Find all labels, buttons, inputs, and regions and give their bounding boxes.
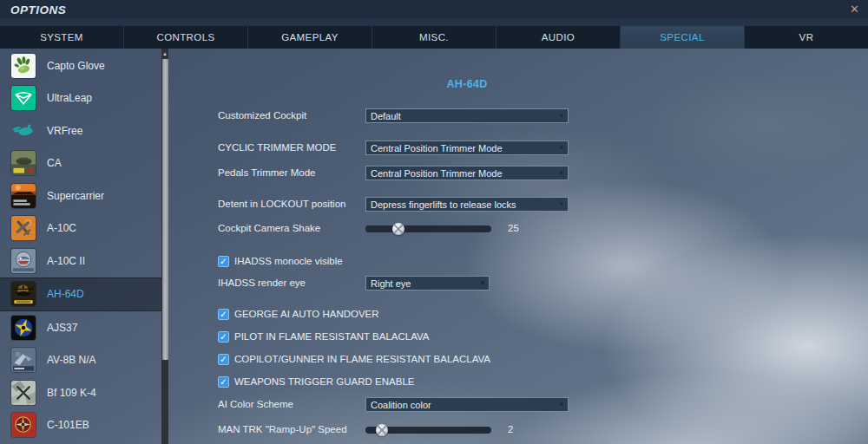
options-window: OPTIONS ✕ SYSTEM CONTROLS GAMEPLAY MISC.…	[0, 0, 868, 444]
tab-gameplay[interactable]: GAMEPLAY	[248, 26, 372, 49]
slider-value: 2	[508, 422, 513, 437]
sidebar-item-label: AV-8B N/A	[47, 354, 95, 366]
window-title: OPTIONS	[10, 3, 66, 16]
scroll-up-icon[interactable]: ▲	[161, 49, 168, 59]
scrollbar-thumb[interactable]	[162, 59, 168, 360]
title-bar: OPTIONS ✕	[0, 0, 868, 19]
slider-value: 25	[508, 221, 519, 236]
chevron-down-icon: ▾	[559, 169, 563, 177]
c101eb-icon	[11, 413, 36, 437]
sidebar-item-bf109[interactable]: Bf 109 K-4	[0, 376, 161, 409]
detent-lockout-dropdown[interactable]: Depress fingerlifts to release locks ▾	[365, 197, 569, 212]
setting-row: ✓ GEORGE AI AUTO HANDOVER	[168, 308, 868, 323]
sidebar-item-supercarrier[interactable]: Supercarrier	[0, 180, 161, 212]
sidebar-item-label: A-10C II	[47, 255, 85, 267]
ah64d-icon	[11, 282, 36, 306]
tab-system[interactable]: SYSTEM	[0, 26, 124, 49]
tab-misc[interactable]: MISC.	[372, 26, 496, 49]
checkbox-label: PILOT IN FLAME RESISTANT BALACLAVA	[234, 330, 430, 343]
ihadss-render-eye-dropdown[interactable]: Right eye ▾	[365, 276, 490, 291]
close-icon[interactable]: ✕	[850, 3, 859, 16]
man-trk-rampup-slider[interactable]	[365, 422, 491, 437]
setting-row: MAN TRK "Ramp-Up" Speed 2	[168, 422, 868, 437]
pilot-balaclava-checkbox[interactable]: ✓	[218, 331, 229, 343]
ai-color-scheme-dropdown[interactable]: Coalition color ▾	[365, 397, 569, 412]
special-settings-panel: AH-64D Customized Cockpit Default ▾ CYCL…	[168, 49, 868, 444]
setting-row: Customized Cockpit Default ▾	[168, 108, 868, 123]
sidebar-item-ultraleap[interactable]: UltraLeap	[0, 82, 161, 115]
ultraleap-icon	[11, 86, 36, 110]
page-title: AH-64D	[365, 78, 569, 90]
sidebar-item-label: Supercarrier	[47, 190, 104, 202]
combined-arms-icon	[11, 151, 36, 175]
sidebar-item-a10c[interactable]: A-10C	[0, 212, 161, 245]
setting-row: ✓ COPILOT/GUNNER IN FLAME RESISTANT BALA…	[168, 353, 868, 368]
module-list: Capto Glove UltraLeap VRFree	[0, 49, 161, 441]
setting-row: IHADSS render eye Right eye ▾	[168, 276, 868, 291]
checkbox-label: GEORGE AI AUTO HANDOVER	[234, 308, 379, 321]
george-ai-checkbox[interactable]: ✓	[218, 309, 229, 320]
sidebar-item-ca[interactable]: CA	[0, 147, 161, 180]
sidebar-item-label: C-101EB	[47, 419, 89, 431]
slider-knob[interactable]	[376, 424, 388, 436]
setting-label: Detent in LOCKOUT position	[218, 197, 345, 212]
tab-controls[interactable]: CONTROLS	[124, 26, 248, 49]
slider-track[interactable]	[365, 225, 491, 232]
a10c2-icon	[11, 249, 36, 273]
setting-row: Detent in LOCKOUT position Depress finge…	[168, 197, 868, 212]
sidebar-item-a10c2[interactable]: A-10C II	[0, 245, 161, 278]
sidebar-item-ah64d[interactable]: AH-64D	[0, 278, 161, 312]
chevron-down-icon: ▾	[559, 200, 563, 208]
camera-shake-slider[interactable]	[365, 221, 491, 236]
setting-label: Customized Cockpit	[218, 108, 306, 123]
setting-label: Pedals Trimmer Mode	[218, 166, 315, 180]
sidebar-item-vrfree[interactable]: VRFree	[0, 114, 161, 147]
sidebar-item-ajs37[interactable]: AJS37	[0, 311, 161, 344]
sidebar-item-label: AJS37	[47, 322, 77, 334]
checkbox-label: IHADSS monocle visible	[234, 255, 343, 268]
sidebar-item-label: UltraLeap	[47, 92, 92, 104]
sidebar-item-capto-glove[interactable]: Capto Glove	[0, 49, 161, 82]
sidebar-item-label: Capto Glove	[47, 60, 105, 72]
customized-cockpit-dropdown[interactable]: Default ▾	[365, 108, 569, 123]
setting-row: Cockpit Camera Shake 25	[168, 221, 868, 236]
av8b-icon	[11, 348, 36, 372]
vrfree-icon	[11, 119, 36, 143]
trigger-guard-checkbox[interactable]: ✓	[218, 376, 229, 388]
setting-row: ✓ IHADSS monocle visible	[168, 255, 868, 270]
setting-row: AI Color Scheme Coalition color ▾	[168, 397, 868, 412]
chevron-down-icon: ▾	[559, 144, 563, 152]
checkbox-label: WEAPONS TRIGGER GUARD ENABLE	[234, 375, 414, 388]
sidebar-scrollbar[interactable]: ▲	[161, 49, 168, 444]
setting-row: ✓ WEAPONS TRIGGER GUARD ENABLE	[168, 375, 868, 390]
ihadss-monocle-checkbox[interactable]: ✓	[218, 256, 229, 267]
supercarrier-icon	[11, 184, 36, 208]
cyclic-trimmer-dropdown[interactable]: Central Position Trimmer Mode ▾	[365, 140, 569, 155]
sidebar-item-label: CA	[47, 157, 62, 169]
pedals-trimmer-dropdown[interactable]: Central Position Trimmer Mode ▾	[365, 166, 569, 180]
setting-label: AI Color Scheme	[218, 397, 293, 412]
setting-row: Pedals Trimmer Mode Central Position Tri…	[168, 166, 868, 180]
setting-label: CYCLIC TRIMMER MODE	[218, 140, 337, 155]
options-tab-bar: SYSTEM CONTROLS GAMEPLAY MISC. AUDIO SPE…	[0, 26, 868, 49]
setting-label: MAN TRK "Ramp-Up" Speed	[218, 422, 347, 437]
chevron-down-icon: ▾	[559, 112, 563, 120]
chevron-down-icon: ▾	[559, 401, 563, 408]
sidebar-item-label: AH-64D	[47, 288, 84, 300]
a10c-icon	[11, 216, 36, 240]
sidebar-item-av8b[interactable]: AV-8B N/A	[0, 344, 161, 377]
copilot-balaclava-checkbox[interactable]: ✓	[218, 354, 229, 365]
tab-vr[interactable]: VR	[745, 26, 868, 49]
slider-knob[interactable]	[392, 223, 404, 235]
checkbox-label: COPILOT/GUNNER IN FLAME RESISTANT BALACL…	[234, 353, 490, 366]
setting-row: CYCLIC TRIMMER MODE Central Position Tri…	[168, 140, 868, 155]
tab-audio[interactable]: AUDIO	[496, 26, 621, 49]
ajs37-icon	[11, 316, 36, 340]
setting-label: Cockpit Camera Shake	[218, 221, 320, 236]
tab-special[interactable]: SPECIAL	[621, 26, 745, 49]
chevron-down-icon: ▾	[480, 279, 484, 287]
setting-label: IHADSS render eye	[218, 276, 306, 291]
sidebar-item-label: VRFree	[47, 125, 82, 137]
sidebar-item-c101eb[interactable]: C-101EB	[0, 409, 161, 442]
sidebar-item-label: A-10C	[47, 222, 76, 234]
